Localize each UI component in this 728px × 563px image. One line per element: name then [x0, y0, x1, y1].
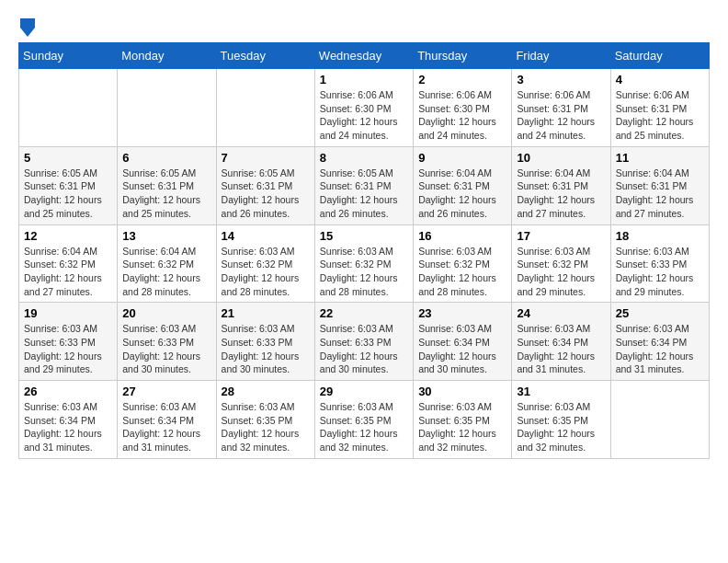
calendar-cell: 28Sunrise: 6:03 AM Sunset: 6:35 PM Dayli… [216, 381, 314, 459]
day-info: Sunrise: 6:04 AM Sunset: 6:32 PM Dayligh… [24, 245, 112, 299]
calendar-cell: 18Sunrise: 6:03 AM Sunset: 6:33 PM Dayli… [610, 224, 709, 303]
calendar-cell: 27Sunrise: 6:03 AM Sunset: 6:34 PM Dayli… [118, 381, 216, 459]
day-info: Sunrise: 6:03 AM Sunset: 6:33 PM Dayligh… [222, 322, 310, 376]
day-number: 1 [320, 73, 408, 86]
day-info: Sunrise: 6:03 AM Sunset: 6:35 PM Dayligh… [418, 400, 506, 454]
day-info: Sunrise: 6:03 AM Sunset: 6:34 PM Dayligh… [517, 322, 605, 376]
calendar-table: SundayMondayTuesdayWednesdayThursdayFrid… [18, 42, 710, 459]
calendar-cell: 15Sunrise: 6:03 AM Sunset: 6:32 PM Dayli… [314, 224, 413, 303]
day-number: 3 [517, 73, 605, 86]
day-number: 15 [320, 229, 408, 243]
day-info: Sunrise: 6:04 AM Sunset: 6:31 PM Dayligh… [517, 167, 605, 221]
calendar-cell: 5Sunrise: 6:05 AM Sunset: 6:31 PM Daylig… [19, 146, 118, 224]
day-number: 29 [320, 385, 408, 398]
day-info: Sunrise: 6:03 AM Sunset: 6:34 PM Dayligh… [418, 322, 506, 376]
calendar-cell: 4Sunrise: 6:06 AM Sunset: 6:31 PM Daylig… [610, 69, 709, 147]
day-number: 24 [517, 306, 605, 320]
day-of-week-header: Monday [118, 43, 216, 69]
day-number: 5 [24, 151, 112, 165]
calendar-cell: 6Sunrise: 6:05 AM Sunset: 6:31 PM Daylig… [118, 146, 216, 224]
calendar-cell: 17Sunrise: 6:03 AM Sunset: 6:32 PM Dayli… [512, 224, 610, 303]
page-header [18, 18, 710, 33]
day-number: 23 [418, 306, 506, 320]
day-number: 11 [616, 151, 704, 165]
calendar-cell: 9Sunrise: 6:04 AM Sunset: 6:31 PM Daylig… [414, 146, 512, 224]
calendar-week-row: 19Sunrise: 6:03 AM Sunset: 6:33 PM Dayli… [19, 303, 710, 381]
day-number: 7 [222, 151, 310, 165]
calendar-cell: 16Sunrise: 6:03 AM Sunset: 6:32 PM Dayli… [414, 224, 512, 303]
day-number: 19 [24, 306, 112, 320]
logo [18, 18, 35, 33]
calendar-cell: 29Sunrise: 6:03 AM Sunset: 6:35 PM Dayli… [314, 381, 413, 459]
calendar-cell [118, 69, 216, 147]
calendar-cell: 2Sunrise: 6:06 AM Sunset: 6:30 PM Daylig… [414, 69, 512, 147]
day-number: 6 [122, 151, 210, 165]
day-of-week-header: Tuesday [216, 43, 314, 69]
calendar-week-row: 26Sunrise: 6:03 AM Sunset: 6:34 PM Dayli… [19, 381, 710, 459]
day-number: 12 [24, 229, 112, 243]
day-info: Sunrise: 6:03 AM Sunset: 6:33 PM Dayligh… [616, 245, 704, 299]
day-number: 25 [616, 306, 704, 320]
day-info: Sunrise: 6:06 AM Sunset: 6:30 PM Dayligh… [320, 88, 408, 143]
day-info: Sunrise: 6:03 AM Sunset: 6:32 PM Dayligh… [222, 245, 310, 299]
day-info: Sunrise: 6:03 AM Sunset: 6:34 PM Dayligh… [122, 400, 210, 454]
day-info: Sunrise: 6:04 AM Sunset: 6:31 PM Dayligh… [616, 167, 704, 221]
day-number: 10 [517, 151, 605, 165]
day-number: 30 [418, 385, 506, 398]
calendar-cell: 11Sunrise: 6:04 AM Sunset: 6:31 PM Dayli… [610, 146, 709, 224]
calendar-week-row: 12Sunrise: 6:04 AM Sunset: 6:32 PM Dayli… [19, 224, 710, 303]
day-number: 27 [122, 385, 210, 398]
calendar-cell: 7Sunrise: 6:05 AM Sunset: 6:31 PM Daylig… [216, 146, 314, 224]
day-info: Sunrise: 6:06 AM Sunset: 6:31 PM Dayligh… [616, 88, 704, 143]
calendar-cell: 1Sunrise: 6:06 AM Sunset: 6:30 PM Daylig… [314, 69, 413, 147]
day-info: Sunrise: 6:03 AM Sunset: 6:32 PM Dayligh… [418, 245, 506, 299]
day-number: 16 [418, 229, 506, 243]
day-number: 31 [517, 385, 605, 398]
logo-icon [20, 18, 35, 37]
day-of-week-header: Thursday [414, 43, 512, 69]
day-info: Sunrise: 6:05 AM Sunset: 6:31 PM Dayligh… [122, 167, 210, 221]
day-of-week-header: Sunday [19, 43, 118, 69]
day-number: 28 [222, 385, 310, 398]
day-number: 21 [222, 306, 310, 320]
calendar-cell: 31Sunrise: 6:03 AM Sunset: 6:35 PM Dayli… [512, 381, 610, 459]
calendar-cell [216, 69, 314, 147]
day-number: 26 [24, 385, 112, 398]
day-number: 2 [418, 73, 506, 86]
calendar-cell: 22Sunrise: 6:03 AM Sunset: 6:33 PM Dayli… [314, 303, 413, 381]
day-info: Sunrise: 6:03 AM Sunset: 6:33 PM Dayligh… [320, 322, 408, 376]
day-info: Sunrise: 6:03 AM Sunset: 6:34 PM Dayligh… [24, 400, 112, 454]
calendar-cell: 19Sunrise: 6:03 AM Sunset: 6:33 PM Dayli… [19, 303, 118, 381]
day-number: 14 [222, 229, 310, 243]
calendar-cell [19, 69, 118, 147]
calendar-cell: 13Sunrise: 6:04 AM Sunset: 6:32 PM Dayli… [118, 224, 216, 303]
day-info: Sunrise: 6:03 AM Sunset: 6:32 PM Dayligh… [517, 245, 605, 299]
calendar-cell: 24Sunrise: 6:03 AM Sunset: 6:34 PM Dayli… [512, 303, 610, 381]
calendar-cell: 20Sunrise: 6:03 AM Sunset: 6:33 PM Dayli… [118, 303, 216, 381]
day-info: Sunrise: 6:03 AM Sunset: 6:34 PM Dayligh… [616, 322, 704, 376]
day-number: 9 [418, 151, 506, 165]
day-info: Sunrise: 6:04 AM Sunset: 6:32 PM Dayligh… [122, 245, 210, 299]
day-info: Sunrise: 6:03 AM Sunset: 6:33 PM Dayligh… [24, 322, 112, 376]
day-number: 20 [122, 306, 210, 320]
calendar-cell: 8Sunrise: 6:05 AM Sunset: 6:31 PM Daylig… [314, 146, 413, 224]
calendar-header-row: SundayMondayTuesdayWednesdayThursdayFrid… [19, 43, 710, 69]
day-info: Sunrise: 6:06 AM Sunset: 6:30 PM Dayligh… [418, 88, 506, 143]
calendar-cell [610, 381, 709, 459]
day-info: Sunrise: 6:06 AM Sunset: 6:31 PM Dayligh… [517, 88, 605, 143]
day-info: Sunrise: 6:03 AM Sunset: 6:35 PM Dayligh… [320, 400, 408, 454]
calendar-cell: 10Sunrise: 6:04 AM Sunset: 6:31 PM Dayli… [512, 146, 610, 224]
day-info: Sunrise: 6:03 AM Sunset: 6:35 PM Dayligh… [222, 400, 310, 454]
day-of-week-header: Saturday [610, 43, 709, 69]
calendar-cell: 14Sunrise: 6:03 AM Sunset: 6:32 PM Dayli… [216, 224, 314, 303]
day-info: Sunrise: 6:05 AM Sunset: 6:31 PM Dayligh… [222, 167, 310, 221]
calendar-cell: 26Sunrise: 6:03 AM Sunset: 6:34 PM Dayli… [19, 381, 118, 459]
day-number: 13 [122, 229, 210, 243]
calendar-cell: 23Sunrise: 6:03 AM Sunset: 6:34 PM Dayli… [414, 303, 512, 381]
calendar-cell: 21Sunrise: 6:03 AM Sunset: 6:33 PM Dayli… [216, 303, 314, 381]
day-number: 18 [616, 229, 704, 243]
day-number: 22 [320, 306, 408, 320]
svg-marker-0 [20, 18, 35, 37]
calendar-week-row: 1Sunrise: 6:06 AM Sunset: 6:30 PM Daylig… [19, 69, 710, 147]
day-info: Sunrise: 6:03 AM Sunset: 6:33 PM Dayligh… [122, 322, 210, 376]
